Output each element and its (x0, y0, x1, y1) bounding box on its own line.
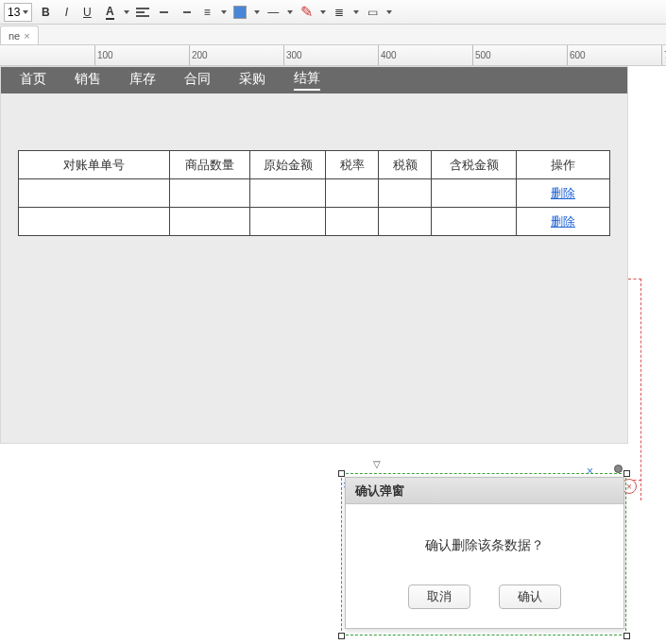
table-header-row: 对账单单号 商品数量 原始金额 税率 税额 含税金额 操作 (19, 151, 610, 179)
cell (250, 208, 326, 236)
line-weight-button[interactable]: ≣ (330, 3, 349, 22)
dialog-title: 确认弹窗 (355, 483, 404, 500)
th-action: 操作 (517, 151, 610, 179)
fontsize-value: 13 (8, 6, 20, 19)
nav-home[interactable]: 首页 (20, 71, 46, 90)
formatting-toolbar: 13 B I U A ≡ — ✎ ≣ ▭ (0, 0, 666, 25)
underline-button[interactable]: U (77, 3, 96, 22)
th-tax: 税额 (379, 151, 432, 179)
cell (326, 179, 379, 208)
cell (432, 179, 517, 208)
dialog-body: 确认删除该条数据？ (346, 504, 623, 571)
nav-settlement[interactable]: 结算 (294, 70, 320, 91)
align-center-button[interactable] (154, 3, 173, 22)
line-color-button[interactable]: ✎ (297, 3, 316, 22)
ruler-mark: 500 (475, 50, 491, 60)
data-table: 对账单单号 商品数量 原始金额 税率 税额 含税金额 操作 (18, 150, 610, 236)
cell (19, 179, 170, 208)
cell-action: 删除 (517, 179, 610, 208)
cell (19, 208, 170, 236)
dropdown-icon[interactable] (221, 10, 227, 14)
nav-purchase[interactable]: 采购 (239, 71, 265, 90)
valign-button[interactable]: ≡ (197, 3, 216, 22)
align-right-button[interactable] (175, 3, 194, 22)
table-row: 删除 (19, 208, 610, 236)
th-statement-no: 对账单单号 (19, 151, 170, 179)
cell (326, 208, 379, 236)
th-orig-amount: 原始金额 (250, 151, 326, 179)
table-row: 删除 (19, 179, 610, 208)
page-navbar: 首页 销售 库存 合同 采购 结算 (1, 67, 627, 93)
dropdown-icon[interactable] (320, 10, 326, 14)
cancel-button[interactable]: 取消 (408, 585, 470, 609)
cell (250, 179, 326, 208)
th-tax-rate: 税率 (326, 151, 379, 179)
align-left-button[interactable] (133, 3, 152, 22)
tab-label: ne (9, 30, 20, 42)
dialog-message: 确认删除该条数据？ (425, 537, 544, 552)
canvas: 100 200 300 400 500 600 700 首页 销售 库存 合同 … (0, 45, 666, 644)
th-qty: 商品数量 (170, 151, 250, 179)
fontsize-select[interactable]: 13 (4, 3, 32, 22)
dialog-titlebar[interactable]: 确认弹窗 (346, 478, 623, 504)
cell (379, 208, 432, 236)
horizontal-ruler: 100 200 300 400 500 600 700 (0, 45, 666, 66)
nav-sales[interactable]: 销售 (75, 71, 101, 90)
line-style-button[interactable]: — (264, 3, 282, 22)
dropdown-icon[interactable] (124, 10, 129, 14)
connector-line (628, 279, 641, 500)
dropdown-icon[interactable] (353, 10, 359, 14)
cell (379, 179, 432, 208)
th-amount-inc-tax: 含税金额 (432, 151, 517, 179)
delete-link[interactable]: 删除 (551, 186, 575, 200)
resize-handle[interactable] (623, 633, 630, 639)
ruler-mark: 100 (97, 50, 113, 60)
delete-link[interactable]: 删除 (551, 214, 575, 229)
dropdown-icon[interactable] (254, 10, 260, 14)
close-tab-icon[interactable]: × (24, 30, 29, 42)
resize-handle[interactable] (338, 470, 345, 477)
nav-inventory[interactable]: 库存 (129, 71, 156, 90)
bold-button[interactable]: B (36, 3, 55, 22)
cell (432, 208, 517, 236)
ruler-mark: 200 (192, 50, 208, 60)
font-color-button[interactable]: A (100, 3, 119, 22)
document-tabstrip: ne × (0, 25, 666, 45)
cell (170, 208, 250, 236)
ruler-mark: 400 (381, 50, 397, 60)
document-tab[interactable]: ne × (0, 25, 39, 44)
ruler-mark: 300 (286, 50, 302, 60)
dialog-footer: 取消 确认 (346, 571, 623, 628)
misc-button[interactable]: ▭ (363, 3, 382, 22)
anchor-marker-icon[interactable]: × (587, 465, 593, 478)
rotate-handle-icon[interactable]: ▽ (373, 459, 381, 469)
confirm-dialog: 确认弹窗 确认删除该条数据？ 取消 确认 (345, 477, 624, 629)
resize-handle[interactable] (623, 470, 630, 477)
fill-color-button[interactable] (231, 3, 249, 22)
cell-action: 删除 (517, 208, 610, 236)
dropdown-icon[interactable] (386, 10, 392, 14)
nav-contract[interactable]: 合同 (184, 71, 211, 90)
italic-button[interactable]: I (57, 3, 76, 22)
page-mockup: 首页 销售 库存 合同 采购 结算 对账单单号 商品数量 原始金额 税率 税额 … (0, 66, 628, 444)
dropdown-icon (23, 10, 28, 14)
ok-button[interactable]: 确认 (499, 585, 561, 609)
resize-handle[interactable] (338, 633, 345, 639)
dropdown-icon[interactable] (287, 10, 293, 14)
handle-dot[interactable] (614, 465, 623, 473)
cell (170, 179, 250, 208)
ruler-mark: 600 (570, 50, 586, 60)
